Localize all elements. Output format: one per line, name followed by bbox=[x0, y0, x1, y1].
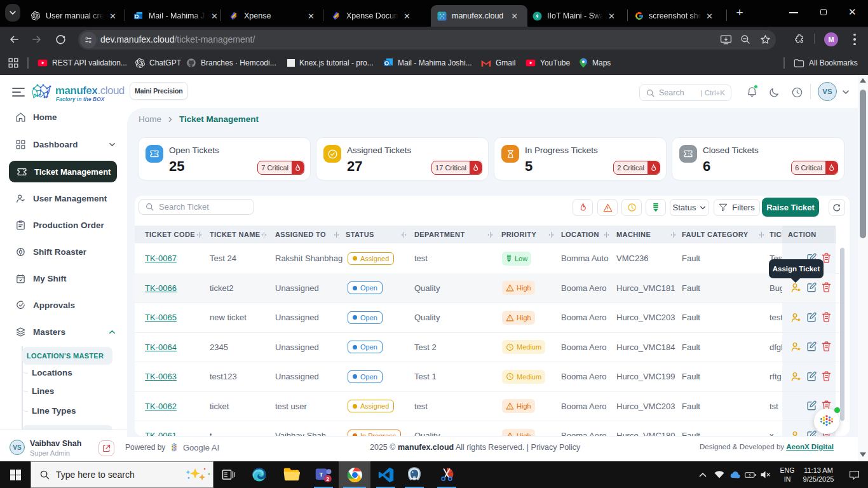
svg-text:2: 2 bbox=[326, 476, 329, 482]
svg-text:T: T bbox=[319, 471, 323, 478]
